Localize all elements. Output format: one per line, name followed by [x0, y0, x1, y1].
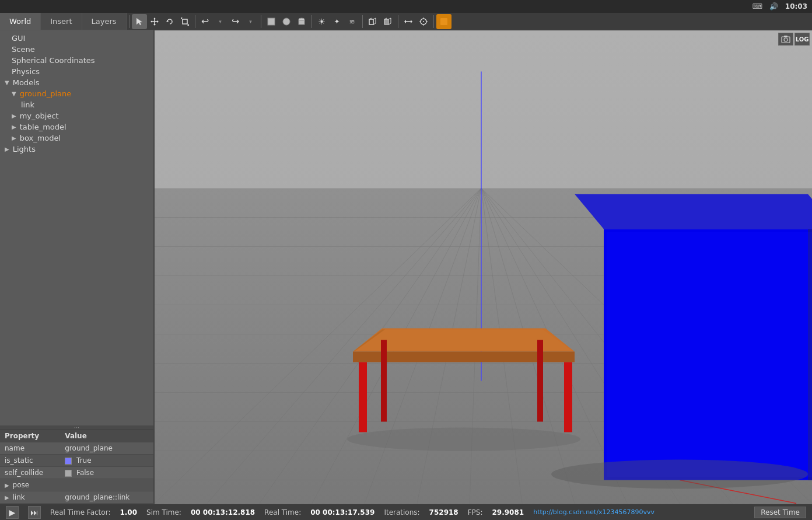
toolbar-sep-2 — [195, 15, 195, 28]
lights-label: Lights — [13, 145, 36, 153]
viewport-canvas — [155, 30, 812, 504]
translate-tool-btn[interactable] — [147, 14, 162, 29]
statusbar: ▶ ⏭ Real Time Factor: 1.00 Sim Time: 00 … — [0, 504, 812, 520]
tree-item-gui[interactable]: GUI — [0, 33, 153, 44]
clock: 10:03 — [785, 2, 807, 11]
tab-layers[interactable]: Layers — [82, 13, 127, 30]
box-shape-btn[interactable] — [264, 14, 279, 29]
tab-world[interactable]: World — [0, 13, 41, 30]
tree-item-physics[interactable]: Physics — [0, 66, 153, 77]
realtime-label: Real Time: — [264, 508, 301, 516]
prop-pose-value — [60, 479, 153, 491]
svg-rect-13 — [268, 18, 275, 25]
box-model-label: box_model — [20, 134, 61, 142]
table-model-label: table_model — [20, 123, 66, 131]
prop-row-name: name ground_plane — [0, 442, 153, 455]
tab-insert[interactable]: Insert — [41, 13, 82, 30]
simtime-value: 00 00:13:12.818 — [191, 508, 255, 516]
box-model-arrow: ▶ — [12, 135, 16, 141]
log-btn[interactable]: LOG — [794, 33, 810, 46]
tree-item-table-model[interactable]: ▶ table_model — [0, 121, 153, 132]
tree-item-link[interactable]: link — [0, 99, 153, 110]
svg-rect-81 — [784, 36, 788, 37]
tree-item-my-object[interactable]: ▶ my_object — [0, 110, 153, 121]
svg-rect-36 — [440, 18, 447, 25]
prop-pose-key: ▶ pose — [0, 479, 60, 491]
svg-rect-22 — [384, 19, 388, 25]
actor-insert-btn[interactable] — [380, 14, 396, 29]
world-tree: GUI Scene Spherical Coordinates Physics … — [0, 30, 153, 425]
rotate-tool-btn[interactable] — [162, 14, 177, 29]
ground-plane-arrow: ▼ — [12, 90, 16, 97]
tree-item-scene[interactable]: Scene — [0, 44, 153, 55]
self-collide-checkbox[interactable] — [65, 470, 72, 477]
play-icon: ▶ — [9, 508, 16, 517]
svg-point-78 — [551, 460, 808, 489]
svg-rect-71 — [381, 340, 387, 422]
toolbar: World Insert Layers — [0, 13, 812, 30]
svg-rect-70 — [564, 362, 572, 432]
keyboard-icon: ⌨ — [752, 2, 762, 11]
prop-link-key: ▶ link — [0, 491, 60, 504]
step-icon: ⏭ — [30, 508, 38, 517]
spot-light-btn[interactable]: ✦ — [330, 14, 345, 29]
spherical-coords-label: Spherical Coordinates — [12, 56, 95, 65]
reset-time-label: Reset Time — [761, 508, 800, 516]
scale-tool-btn[interactable] — [177, 14, 192, 29]
cylinder-shape-btn[interactable] — [294, 14, 309, 29]
properties-table: Property Value name ground_plane is_stat… — [0, 430, 153, 504]
tree-item-models[interactable]: ▼ Models — [0, 77, 153, 88]
undo-arrow-btn: ▾ — [213, 14, 228, 29]
point-light-btn[interactable]: ☀ — [314, 14, 330, 29]
prop-row-link[interactable]: ▶ link ground_plane::link — [0, 491, 153, 504]
undo-btn[interactable]: ↩ — [198, 14, 213, 29]
svg-point-73 — [347, 428, 580, 451]
sphere-shape-btn[interactable] — [279, 14, 294, 29]
tree-item-lights[interactable]: ▶ Lights — [0, 144, 153, 155]
tree-item-ground-plane[interactable]: ▼ ground_plane — [0, 88, 153, 99]
prop-row-pose[interactable]: ▶ pose — [0, 479, 153, 491]
toolbar-sep-4 — [312, 15, 312, 28]
prop-self-collide-value[interactable]: False — [60, 467, 153, 479]
rtf-value: 1.00 — [120, 508, 137, 516]
tabs: World Insert Layers — [0, 13, 127, 30]
tree-item-spherical-coords[interactable]: Spherical Coordinates — [0, 55, 153, 66]
models-arrow: ▼ — [5, 79, 9, 86]
snap-to-grid-btn[interactable] — [416, 14, 431, 29]
log-label: LOG — [796, 36, 809, 43]
main-layout: World Insert Layers — [0, 13, 812, 520]
prop-self-collide-key: self_collide — [0, 467, 60, 479]
svg-line-26 — [388, 23, 391, 25]
prop-header-value: Value — [60, 430, 153, 442]
realtime-value: 00 00:13:17.539 — [310, 508, 374, 516]
redo-arrow-btn: ▾ — [243, 14, 258, 29]
redo-btn[interactable]: ↪ — [228, 14, 243, 29]
screenshot-btn[interactable] — [778, 33, 793, 46]
step-btn[interactable]: ⏭ — [28, 506, 41, 519]
svg-rect-8 — [183, 19, 187, 24]
prop-row-is-static: is_static True — [0, 455, 153, 467]
svg-marker-29 — [404, 20, 406, 23]
models-label: Models — [13, 78, 40, 87]
rtf-label: Real Time Factor: — [50, 508, 110, 516]
svg-marker-4 — [153, 24, 156, 26]
ground-plane-label: ground_plane — [20, 89, 72, 98]
prop-name-value[interactable]: ground_plane — [60, 442, 153, 455]
tree-item-box-model[interactable]: ▶ box_model — [0, 132, 153, 144]
model-insert-btn[interactable] — [365, 14, 380, 29]
select-tool-btn[interactable] — [132, 14, 147, 29]
link-expand-arrow: ▶ — [5, 494, 9, 501]
play-btn[interactable]: ▶ — [6, 506, 19, 519]
svg-line-24 — [388, 18, 391, 19]
iterations-label: Iterations: — [384, 508, 419, 516]
toolbar-sep-5 — [362, 15, 363, 28]
toolbar-sep-6 — [398, 15, 398, 28]
align-objects-btn[interactable] — [401, 14, 416, 29]
svg-marker-28 — [411, 20, 412, 23]
directional-light-btn[interactable]: ≋ — [345, 14, 360, 29]
reset-time-btn[interactable]: Reset Time — [754, 507, 806, 518]
is-static-checkbox[interactable] — [65, 458, 72, 465]
prop-row-self-collide: self_collide False — [0, 467, 153, 479]
material-btn[interactable] — [436, 14, 452, 29]
prop-is-static-value[interactable]: True — [60, 455, 153, 467]
